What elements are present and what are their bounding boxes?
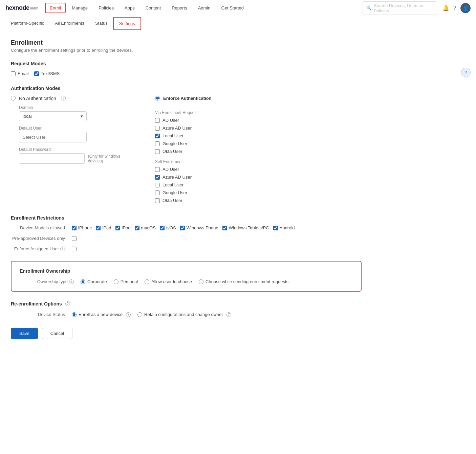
self-google-user: Google User: [155, 190, 362, 195]
ownership-corporate-radio[interactable]: [81, 279, 85, 284]
auth-modes-title: Authentication Modes: [11, 86, 362, 91]
via-local-user: Local User: [155, 133, 362, 138]
request-modes-title: Request Modes: [11, 61, 362, 66]
enroll-new-device-info-icon[interactable]: ?: [126, 312, 131, 317]
self-azure-ad-user-checkbox[interactable]: [155, 175, 160, 180]
model-windows-phone-checkbox[interactable]: [180, 226, 185, 230]
nav-reports[interactable]: Reports: [167, 3, 192, 13]
search-bar[interactable]: 🔍 Search Devices, Users or Policies: [363, 1, 437, 15]
subnav-platform-specific[interactable]: Platform-Specific: [5, 17, 49, 30]
model-windows-tablets[interactable]: Windows Tablets/PC: [222, 225, 269, 230]
via-local-user-checkbox[interactable]: [155, 134, 160, 138]
enrollment-restrictions-section: Enrollment Restrictions Device Models al…: [11, 215, 362, 251]
reenrollment-info-icon[interactable]: ?: [65, 301, 70, 306]
ownership-personal[interactable]: Personal: [114, 279, 138, 284]
subnav-settings[interactable]: Settings: [113, 17, 141, 30]
model-iphone[interactable]: iPhone: [72, 225, 92, 230]
ownership-corporate[interactable]: Corporate: [81, 279, 107, 284]
text-sms-checkbox[interactable]: [34, 71, 39, 76]
nav-manage[interactable]: Manage: [67, 3, 92, 13]
default-pass-input[interactable]: [19, 153, 85, 164]
cancel-button[interactable]: Cancel: [42, 328, 72, 339]
model-android[interactable]: Android: [273, 225, 295, 230]
enroll-new-device[interactable]: Enroll as a new device ?: [72, 312, 131, 317]
nav-apps[interactable]: Apps: [120, 3, 139, 13]
self-azure-ad-user: Azure AD User: [155, 175, 362, 180]
self-google-user-checkbox[interactable]: [155, 190, 160, 195]
retain-config[interactable]: Retain configurations and change owner ?: [137, 312, 231, 317]
model-iphone-checkbox[interactable]: [72, 226, 77, 230]
model-ipod[interactable]: iPod: [115, 225, 131, 230]
self-local-user: Local User: [155, 182, 362, 187]
model-windows-tablets-checkbox[interactable]: [222, 226, 227, 230]
self-local-user-checkbox[interactable]: [155, 183, 160, 187]
enforce-auth-option: Enforce Authentication: [155, 96, 362, 105]
retain-config-radio[interactable]: [137, 312, 142, 317]
ownership-choose-while-sending[interactable]: Choose while sending enrollment requests: [199, 279, 288, 284]
nav-admin[interactable]: Admin: [193, 3, 215, 13]
ownership-allow-user-choose-radio[interactable]: [145, 279, 149, 284]
ownership-type-info-icon[interactable]: i: [69, 279, 74, 284]
ownership-allow-user-choose[interactable]: Allow user to choose: [145, 279, 192, 284]
self-okta-user-checkbox[interactable]: [155, 198, 160, 203]
nav-policies[interactable]: Policies: [94, 3, 118, 13]
reenrollment-row: Device Status Enroll as a new device ? R…: [11, 312, 362, 317]
subnav-status[interactable]: Status: [90, 17, 113, 30]
enroll-new-device-radio[interactable]: [72, 312, 77, 317]
no-auth-radio[interactable]: [11, 96, 16, 100]
self-okta-user-label: Okta User: [163, 198, 182, 203]
via-local-user-label: Local User: [163, 133, 183, 138]
self-ad-user-checkbox[interactable]: [155, 167, 160, 172]
model-ipad-checkbox[interactable]: [96, 226, 101, 230]
retain-config-info-icon[interactable]: ?: [226, 312, 231, 317]
help-icon[interactable]: ?: [453, 5, 456, 11]
via-ad-user-checkbox[interactable]: [155, 118, 160, 123]
no-auth-info-icon[interactable]: i: [61, 96, 66, 100]
via-google-user-checkbox[interactable]: [155, 141, 160, 146]
model-windows-phone[interactable]: Windows Phone: [180, 225, 218, 230]
text-sms-checkbox-label[interactable]: Text/SMS: [34, 71, 60, 76]
request-modes-row: Email Text/SMS: [11, 71, 362, 76]
model-android-checkbox[interactable]: [273, 226, 278, 230]
enforce-user-checkbox[interactable]: [72, 247, 77, 251]
via-okta-user-checkbox[interactable]: [155, 149, 160, 154]
pre-approved-checkbox[interactable]: [72, 236, 77, 241]
self-google-user-label: Google User: [163, 190, 187, 195]
ownership-personal-radio[interactable]: [114, 279, 118, 284]
enrollment-ownership-section: Enrollment Ownership Ownership type i Co…: [11, 261, 362, 292]
model-macos-checkbox[interactable]: [135, 226, 139, 230]
self-azure-ad-user-label: Azure AD User: [163, 175, 192, 180]
via-ad-user: AD User: [155, 118, 362, 123]
domain-select[interactable]: local ▾: [19, 111, 87, 121]
enforce-auth-radio[interactable]: [155, 96, 160, 100]
model-ipod-checkbox[interactable]: [115, 226, 120, 230]
enrollment-restrictions-title: Enrollment Restrictions: [11, 215, 362, 221]
request-modes-section: Request Modes Email Text/SMS: [11, 61, 362, 76]
email-checkbox-label[interactable]: Email: [11, 71, 29, 76]
default-pass-label: Default Password: [19, 147, 135, 152]
bell-icon[interactable]: 🔔: [442, 5, 449, 11]
default-user-label: Default User: [19, 126, 135, 131]
page-description: Configure the enrollment settings prior …: [11, 48, 362, 53]
model-tvos[interactable]: tvOS: [160, 225, 176, 230]
model-tvos-checkbox[interactable]: [160, 226, 165, 230]
brand-mdm: mdm: [30, 6, 38, 10]
nav-content[interactable]: Content: [141, 3, 166, 13]
save-button[interactable]: Save: [11, 328, 38, 339]
model-macos[interactable]: macOS: [135, 225, 156, 230]
nav-get-started[interactable]: Get Started: [217, 3, 248, 13]
ownership-choose-while-sending-radio[interactable]: [199, 279, 203, 284]
nav-enroll[interactable]: Enroll: [45, 3, 66, 13]
floating-help-icon[interactable]: ?: [461, 68, 471, 77]
enforce-user-info-icon[interactable]: i: [60, 247, 65, 251]
email-checkbox[interactable]: [11, 71, 16, 76]
avatar[interactable]: 👤: [460, 3, 471, 13]
text-sms-label: Text/SMS: [41, 71, 60, 76]
enforce-user-label-container: Enforce Assigned User i: [11, 246, 72, 251]
ownership-label-container: Ownership type i: [20, 279, 81, 284]
subnav-all-enrollments[interactable]: All Enrollments: [49, 17, 90, 30]
model-ipad[interactable]: iPad: [96, 225, 111, 230]
default-user-input[interactable]: [19, 132, 87, 142]
enforce-user-row: Enforce Assigned User i: [11, 246, 362, 251]
via-azure-ad-user-checkbox[interactable]: [155, 126, 160, 131]
